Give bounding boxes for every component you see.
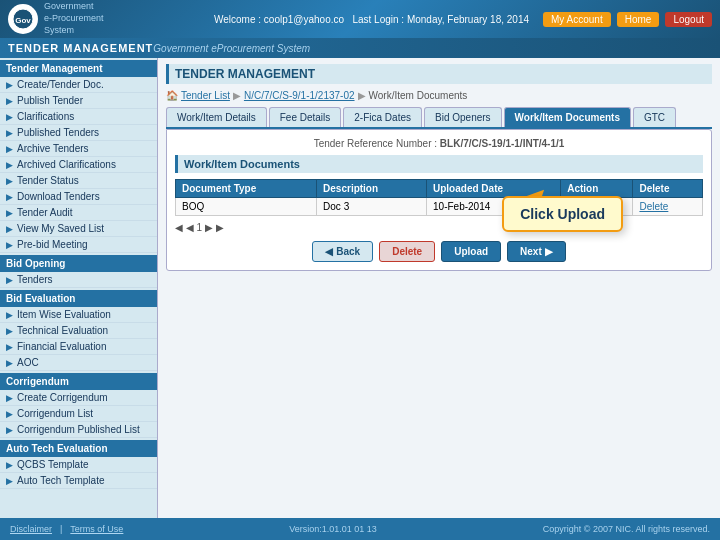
delete-button[interactable]: Delete <box>379 241 435 262</box>
sub-header: TENDER MANAGEMENT Government eProcuremen… <box>0 38 720 58</box>
sidebar-item-auto-tech-template[interactable]: ▶Auto Tech Template <box>0 473 157 489</box>
header: Gov Government e-Procurement System Welc… <box>0 0 720 38</box>
sidebar-item-corrigendum-published[interactable]: ▶Corrigendum Published List <box>0 422 157 438</box>
tab-bid-openers[interactable]: Bid Openers <box>424 107 502 127</box>
sidebar-item-qcbs-template[interactable]: ▶QCBS Template <box>0 457 157 473</box>
next-button[interactable]: Next ▶ <box>507 241 565 262</box>
sidebar-item-tender-status[interactable]: ▶Tender Status <box>0 173 157 189</box>
sidebar-item-clarifications[interactable]: ▶Clarifications <box>0 109 157 125</box>
sidebar-item-create-tender[interactable]: ▶Create/Tender Doc. <box>0 77 157 93</box>
footer-links: Disclaimer | Terms of Use <box>10 524 123 534</box>
callout-click-upload: Click Upload <box>502 196 623 232</box>
sidebar-section-corrigendum: Corrigendum <box>0 373 157 390</box>
sidebar-item-corrigendum-list[interactable]: ▶Corrigendum List <box>0 406 157 422</box>
sidebar-section-bid-opening: Bid Opening <box>0 255 157 272</box>
footer: Disclaimer | Terms of Use Version:1.01.0… <box>0 518 720 540</box>
content-box: Tender Reference Number : BLK/7/C/S-19/1… <box>166 129 712 271</box>
breadcrumb-tender-ref[interactable]: N/C/7/C/S-9/1-1/2137-02 <box>244 90 355 101</box>
sub-header-title: TENDER MANAGEMENT <box>8 42 153 54</box>
main-content: TENDER MANAGEMENT 🏠 Tender List ▶ N/C/7/… <box>158 58 720 518</box>
cell-delete: Delete <box>633 198 703 216</box>
header-user-info: Welcome : coolp1@yahoo.co Last Login : M… <box>214 14 529 25</box>
tab-work-item-details[interactable]: Work/Item Details <box>166 107 267 127</box>
delete-row-link[interactable]: Delete <box>639 201 668 212</box>
footer-disclaimer[interactable]: Disclaimer <box>10 524 52 534</box>
col-action: Action <box>561 180 633 198</box>
tab-2fica-dates[interactable]: 2-Fica Dates <box>343 107 422 127</box>
sidebar-item-published-tenders[interactable]: ▶Published Tenders <box>0 125 157 141</box>
tab-fee-details[interactable]: Fee Details <box>269 107 342 127</box>
sidebar: Tender Management ▶Create/Tender Doc. ▶P… <box>0 58 158 518</box>
upload-button[interactable]: Upload <box>441 241 501 262</box>
content-header: Tender Reference Number : BLK/7/C/S-19/1… <box>175 138 703 149</box>
header-logo: Gov Government e-Procurement System <box>8 1 104 36</box>
cell-description: Doc 3 <box>317 198 427 216</box>
footer-version: Version:1.01.01 01 13 <box>289 524 377 534</box>
sidebar-item-technical-eval[interactable]: ▶Technical Evaluation <box>0 323 157 339</box>
sidebar-item-view-saved-list[interactable]: ▶View My Saved List <box>0 221 157 237</box>
gov-logo-icon: Gov <box>8 4 38 34</box>
sidebar-section-bid-evaluation: Bid Evaluation <box>0 290 157 307</box>
tabs: Work/Item Details Fee Details 2-Fica Dat… <box>166 107 712 129</box>
sidebar-item-download-tenders[interactable]: ▶Download Tenders <box>0 189 157 205</box>
cell-doc-type: BOQ <box>176 198 317 216</box>
sidebar-item-prebid-meeting[interactable]: ▶Pre-bid Meeting <box>0 237 157 253</box>
title-line2: e-Procurement <box>44 13 104 25</box>
layout: Tender Management ▶Create/Tender Doc. ▶P… <box>0 58 720 518</box>
pagination: ◀ ◀ 1 ▶ ▶ <box>175 222 703 233</box>
sidebar-item-tenders[interactable]: ▶Tenders <box>0 272 157 288</box>
back-button[interactable]: ◀ Back <box>312 241 373 262</box>
breadcrumb-current: Work/Item Documents <box>369 90 468 101</box>
sidebar-item-archived-clarifications[interactable]: ▶Archived Clarifications <box>0 157 157 173</box>
sidebar-item-create-corrigendum[interactable]: ▶Create Corrigendum <box>0 390 157 406</box>
sidebar-section-auto-tech: Auto Tech Evaluation <box>0 440 157 457</box>
sidebar-item-archive-tenders[interactable]: ▶Archive Tenders <box>0 141 157 157</box>
documents-table: Document Type Description Uploaded Date … <box>175 179 703 216</box>
title-line3: System <box>44 25 104 37</box>
page-title: TENDER MANAGEMENT <box>166 64 712 84</box>
action-buttons: ◀ Back Delete Upload Next ▶ Click Upload <box>175 241 703 262</box>
ref-value: BLK/7/C/S-19/1-1/INT/4-1/1 <box>440 138 564 149</box>
footer-copyright: Copyright © 2007 NIC. All rights reserve… <box>543 524 710 534</box>
breadcrumb-icon: 🏠 <box>166 90 178 101</box>
breadcrumb: 🏠 Tender List ▶ N/C/7/C/S-9/1-1/2137-02 … <box>166 90 712 101</box>
breadcrumb-tender-list[interactable]: Tender List <box>181 90 230 101</box>
col-doc-type: Document Type <box>176 180 317 198</box>
col-delete: Delete <box>633 180 703 198</box>
sub-header-right-title: Government eProcurement System <box>153 43 310 54</box>
my-account-button[interactable]: My Account <box>543 12 611 27</box>
sidebar-item-item-wise-eval[interactable]: ▶Item Wise Evaluation <box>0 307 157 323</box>
home-button[interactable]: Home <box>617 12 660 27</box>
sidebar-section-tender-management: Tender Management <box>0 60 157 77</box>
logout-button[interactable]: Logout <box>665 12 712 27</box>
section-title: Work/Item Documents <box>175 155 703 173</box>
sidebar-item-financial-eval[interactable]: ▶Financial Evaluation <box>0 339 157 355</box>
svg-text:Gov: Gov <box>15 16 31 25</box>
sidebar-item-aoc[interactable]: ▶AOC <box>0 355 157 371</box>
header-nav: Welcome : coolp1@yahoo.co Last Login : M… <box>214 12 712 27</box>
sidebar-item-tender-audit[interactable]: ▶Tender Audit <box>0 205 157 221</box>
header-title: Government e-Procurement System <box>44 1 104 36</box>
footer-terms[interactable]: Terms of Use <box>70 524 123 534</box>
tab-gtc[interactable]: GTC <box>633 107 676 127</box>
tab-work-item-documents[interactable]: Work/Item Documents <box>504 107 631 127</box>
table-row: BOQ Doc 3 10-Feb-2014 Upload Delete <box>176 198 703 216</box>
sidebar-item-publish-tender[interactable]: ▶Publish Tender <box>0 93 157 109</box>
col-description: Description <box>317 180 427 198</box>
title-line1: Government <box>44 1 104 13</box>
